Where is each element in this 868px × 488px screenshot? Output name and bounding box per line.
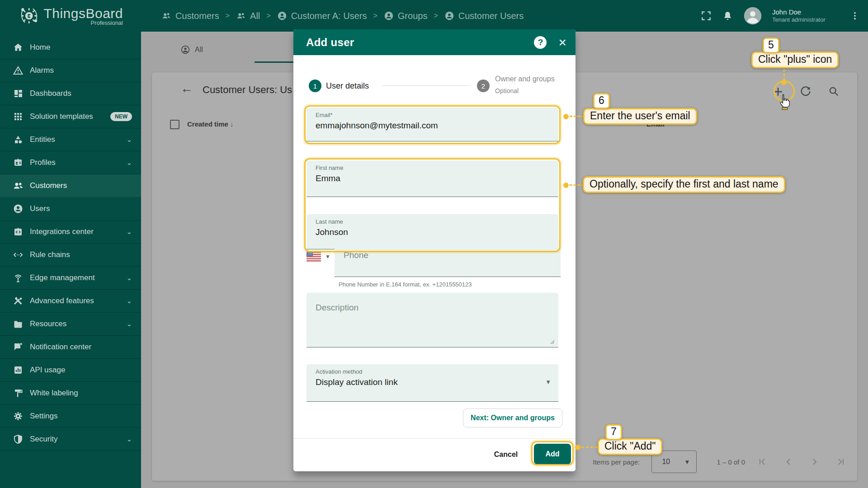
step-2-label[interactable]: Owner and groups [495,75,555,83]
annotation-optional-dot [563,183,569,188]
activation-method-select[interactable]: Activation method Display activation lin… [307,364,558,402]
breadcrumb-customers[interactable]: Customers [161,11,219,21]
annotation-step7-connector [581,446,598,448]
close-icon[interactable]: × [558,36,566,49]
sidebar-item-white-labeling[interactable]: White labeling [0,382,141,405]
sidebar-item-edge-management[interactable]: Edge management ⌄ [0,267,141,290]
chevron-down-icon: ⌄ [126,320,132,328]
step-2-sublabel: Optional [495,87,519,94]
people-icon [236,11,246,21]
new-badge: NEW [110,112,132,121]
user-name: John Doe [772,8,840,17]
chevron-down-icon: ⌄ [126,228,132,236]
dialog-header: Add user ? × [293,29,576,55]
cancel-button[interactable]: Cancel [488,445,524,464]
name-fields-highlight-box [304,158,561,252]
chevron-down-icon: ⌄ [126,159,132,167]
edge-icon [13,272,24,283]
integrations-icon [13,226,24,237]
sidebar-item-solution-templates[interactable]: Solution templates NEW [0,105,141,128]
breadcrumb-groups[interactable]: Groups [384,11,428,21]
us-flag-icon [307,252,321,262]
breadcrumb-separator: > [266,12,270,20]
chevron-down-icon: ⌄ [126,297,132,305]
sidebar-item-api-usage[interactable]: API usage [0,359,141,382]
sidebar-nav: Home Alarms Dashboards Solution template… [0,32,141,488]
activation-method-label: Activation method [316,368,558,375]
sidebar-item-settings[interactable]: Settings [0,405,141,428]
rule-chains-icon [13,249,24,260]
sidebar-item-customers[interactable]: Customers [0,174,141,197]
footer-divider [293,438,576,439]
add-button-highlight-ring [531,441,574,465]
account-icon [384,11,394,21]
home-icon [13,42,24,53]
sidebar-item-alarms[interactable]: Alarms [0,59,141,82]
breadcrumb-customer-a-users[interactable]: Customer A: Users [277,11,367,21]
breadcrumb-customer-users[interactable]: Customer Users [444,11,524,21]
sidebar-item-security[interactable]: Security ⌄ [0,428,141,451]
annotation-step6-number: 6 [593,93,610,109]
resize-handle-icon[interactable] [550,340,555,344]
people-icon [13,180,24,191]
dashboards-icon [13,88,24,99]
kebab-menu-icon[interactable] [850,10,860,22]
notifications-bell-icon[interactable] [722,10,733,22]
annotation-step6-connector [570,116,584,117]
account-icon [13,203,24,214]
annotation-step7-dot [575,445,580,450]
sidebar-item-profiles[interactable]: Profiles ⌄ [0,151,141,174]
breadcrumb-all[interactable]: All [236,11,260,21]
annotation-step7-number: 7 [605,424,622,440]
chevron-down-icon: ⌄ [126,136,132,144]
app-header: ThingsBoard Professional Customers > All… [0,0,868,32]
annotation-step5-label: Click "plus" icon [751,52,839,68]
account-icon [277,11,287,21]
breadcrumb-separator: > [434,12,438,20]
annotation-step6-label: Enter the user's email [583,108,697,125]
sidebar-item-notification-center[interactable]: Notification center [0,336,141,359]
user-menu[interactable]: John Doe Tenant administrator [772,8,840,24]
annotation-step6-dot [563,114,569,119]
step-1-label[interactable]: User details [326,81,369,91]
breadcrumb-separator: > [226,12,230,20]
annotation-step5-number: 5 [763,38,779,53]
annotation-step7-label: Click "Add" [598,438,662,455]
sidebar-item-dashboards[interactable]: Dashboards [0,82,141,105]
sidebar-item-integrations-center[interactable]: Integrations center ⌄ [0,221,141,244]
people-icon [161,11,171,21]
account-icon [444,11,454,21]
sidebar-item-home[interactable]: Home [0,36,141,59]
description-textarea[interactable]: Description [307,293,558,347]
sidebar-item-users[interactable]: Users [0,197,141,221]
message-icon [13,342,24,352]
email-highlight-box [304,105,561,144]
profiles-icon [13,157,24,168]
sidebar-item-resources[interactable]: Resources ⌄ [0,313,141,336]
dialog-title: Add user [306,36,534,49]
grid-icon [13,111,24,122]
breadcrumb: Customers > All > Customer A: Users > Gr… [161,11,524,21]
sidebar-item-advanced-features[interactable]: Advanced features ⌄ [0,290,141,313]
chevron-down-icon: ⌄ [126,435,132,443]
bar-chart-icon [13,365,24,375]
paint-roller-icon [13,388,24,399]
warning-icon [13,65,24,76]
next-owner-groups-button[interactable]: Next: Owner and groups [463,408,562,427]
sidebar-item-entities[interactable]: Entities ⌄ [0,128,141,151]
shield-icon [13,434,24,445]
sidebar-item-rule-chains[interactable]: Rule chains [0,244,141,267]
hand-cursor-icon [778,94,791,110]
logo[interactable]: ThingsBoard Professional [19,4,123,28]
folder-icon [13,319,24,329]
chevron-down-icon: ⌄ [126,274,132,282]
avatar[interactable] [743,6,762,25]
logo-subtitle: Professional [43,19,123,26]
help-icon[interactable]: ? [534,36,547,49]
phone-country-select[interactable] [307,252,321,263]
step-1-circle: 1 [309,80,321,92]
stepper-connector [383,85,469,86]
chevron-down-icon[interactable]: ▼ [325,253,330,260]
logo-title: ThingsBoard [43,6,123,21]
fullscreen-icon[interactable] [700,10,712,22]
